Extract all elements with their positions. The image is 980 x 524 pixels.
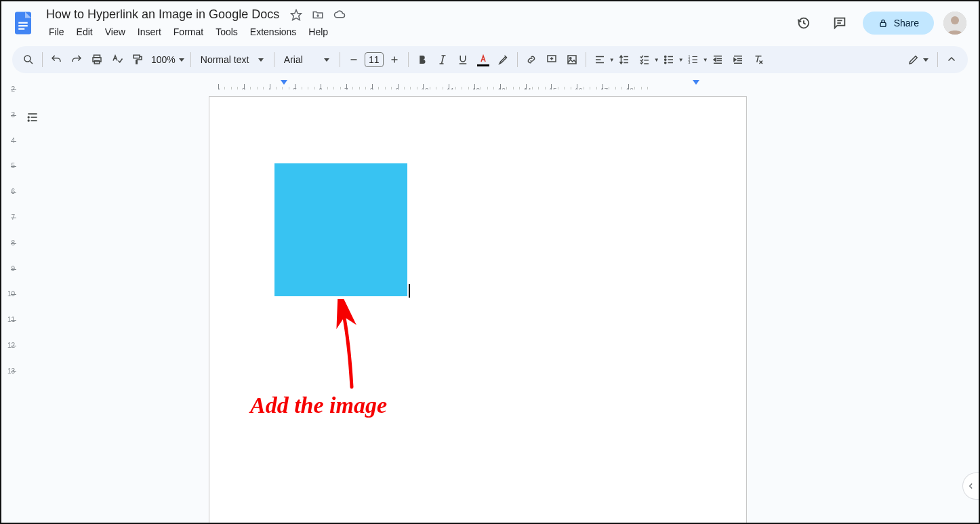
line-spacing-icon[interactable] (615, 50, 634, 69)
numbered-list-dropdown-caret[interactable]: ▼ (703, 57, 707, 63)
text-color-icon[interactable] (474, 50, 493, 69)
svg-rect-31 (568, 56, 576, 64)
menu-item-edit[interactable]: Edit (71, 24, 98, 40)
font-size-input[interactable] (365, 52, 384, 67)
cloud-status-icon[interactable] (333, 9, 346, 21)
star-icon[interactable] (290, 9, 302, 21)
svg-marker-63 (734, 58, 736, 62)
svg-marker-58 (714, 58, 716, 62)
vertical-ruler[interactable]: 2345678910111213 (4, 89, 16, 523)
insert-link-icon[interactable] (522, 50, 541, 69)
increase-indent-icon[interactable] (729, 50, 748, 69)
svg-point-12 (24, 56, 30, 62)
menu-item-file[interactable]: File (43, 24, 70, 40)
paint-format-icon[interactable] (128, 50, 147, 69)
svg-point-42 (664, 56, 666, 57)
svg-rect-17 (134, 55, 140, 58)
editing-mode-dropdown[interactable] (903, 54, 933, 66)
left-indent-marker[interactable] (281, 80, 287, 85)
document-outline-icon[interactable] (22, 107, 43, 127)
underline-icon[interactable] (453, 50, 472, 69)
menubar: FileEditViewInsertFormatToolsExtensionsH… (41, 22, 790, 40)
svg-marker-5 (291, 9, 302, 20)
share-button-label: Share (894, 18, 919, 28)
svg-point-46 (664, 62, 666, 63)
align-icon[interactable] (590, 50, 609, 69)
annotation-arrow (334, 299, 375, 394)
bulleted-list-icon[interactable] (659, 50, 678, 69)
comments-icon[interactable] (826, 9, 853, 37)
svg-marker-18 (179, 58, 184, 62)
svg-marker-19 (258, 58, 264, 62)
right-indent-marker[interactable] (693, 80, 699, 85)
clear-formatting-icon[interactable] (749, 50, 768, 69)
svg-point-68 (28, 117, 29, 118)
svg-rect-3 (18, 25, 28, 26)
inserted-image-placeholder[interactable] (274, 163, 407, 296)
bold-icon[interactable] (413, 50, 432, 69)
undo-icon[interactable] (47, 50, 66, 69)
svg-point-11 (951, 16, 959, 24)
redo-icon[interactable] (67, 50, 86, 69)
horizontal-ruler[interactable]: 23456789101112131415161718 (218, 80, 979, 89)
italic-icon[interactable] (433, 50, 452, 69)
svg-line-13 (30, 61, 33, 64)
increase-font-size-icon[interactable] (385, 50, 404, 69)
svg-text:3: 3 (688, 60, 690, 64)
highlight-color-icon[interactable] (494, 50, 513, 69)
search-menus-icon[interactable] (19, 50, 38, 69)
page[interactable]: Add the image (209, 96, 747, 523)
move-to-folder-icon[interactable] (312, 9, 324, 21)
svg-line-26 (441, 56, 443, 64)
decrease-indent-icon[interactable] (708, 50, 727, 69)
font-family-dropdown[interactable]: Arial (279, 54, 335, 65)
checklist-dropdown-caret[interactable]: ▼ (654, 57, 658, 63)
align-dropdown-caret[interactable]: ▼ (609, 57, 613, 63)
zoom-dropdown[interactable]: 100% (148, 54, 186, 65)
svg-rect-9 (880, 22, 886, 26)
menu-item-insert[interactable]: Insert (132, 24, 167, 40)
horizontal-ruler-row: 23456789101112131415161718 (1, 79, 979, 89)
avatar[interactable] (943, 12, 966, 35)
numbered-list-icon[interactable]: 123 (684, 50, 703, 69)
titlebar: How to Hyperlink an Image in Google Docs… (1, 1, 979, 45)
svg-marker-20 (324, 58, 329, 62)
add-comment-icon[interactable] (542, 50, 561, 69)
svg-point-32 (569, 58, 571, 59)
svg-point-70 (28, 120, 29, 121)
share-button[interactable]: Share (863, 12, 934, 35)
menu-item-tools[interactable]: Tools (210, 24, 243, 40)
print-icon[interactable] (87, 50, 106, 69)
workspace: 2345678910111213 Add the image (1, 89, 979, 523)
toolbar: 100% Normal text Arial ▼ ▼ ▼ 123 ▼ (12, 46, 968, 73)
menu-item-help[interactable]: Help (303, 24, 333, 40)
paragraph-style-dropdown[interactable]: Normal text (195, 54, 270, 65)
checklist-icon[interactable] (635, 50, 654, 69)
insert-image-icon[interactable] (563, 50, 581, 69)
collapse-toolbar-icon[interactable] (942, 50, 961, 69)
menu-item-view[interactable]: View (100, 24, 131, 40)
menu-item-extensions[interactable]: Extensions (245, 24, 302, 40)
svg-rect-4 (18, 28, 24, 30)
document-canvas[interactable]: Add the image (49, 89, 979, 523)
svg-marker-66 (923, 58, 928, 62)
menu-item-format[interactable]: Format (168, 24, 209, 40)
svg-point-44 (664, 59, 666, 60)
spellcheck-icon[interactable] (108, 50, 127, 69)
bulleted-list-dropdown-caret[interactable]: ▼ (678, 57, 682, 63)
docs-logo[interactable] (9, 9, 37, 37)
decrease-font-size-icon[interactable] (344, 50, 363, 69)
svg-rect-2 (18, 22, 28, 24)
document-title[interactable]: How to Hyperlink an Image in Google Docs (43, 7, 282, 22)
last-edit-icon[interactable] (790, 9, 817, 37)
text-cursor (409, 284, 410, 298)
annotation-text: Add the image (250, 392, 387, 418)
